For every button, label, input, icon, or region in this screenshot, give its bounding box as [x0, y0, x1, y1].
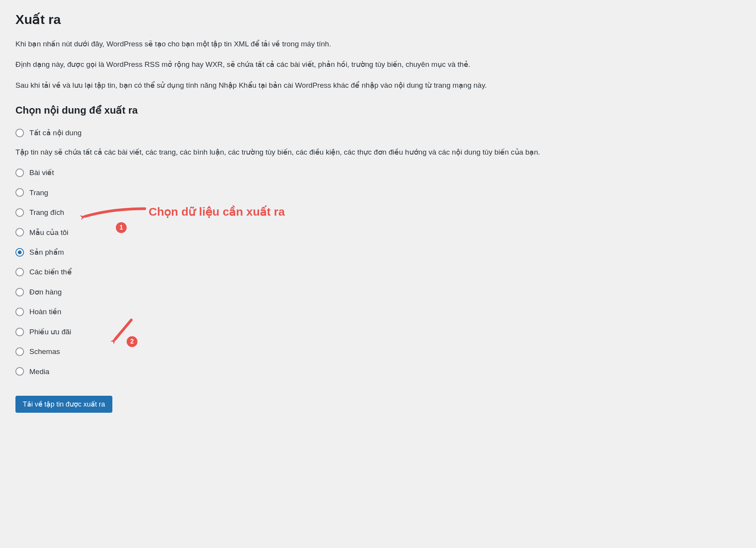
radio-icon[interactable] [15, 367, 24, 376]
export-page: Xuất ra Khi bạn nhấn nút dưới đây, WordP… [15, 12, 741, 413]
section-title: Chọn nội dung để xuất ra [15, 102, 741, 118]
option-label: Đơn hàng [29, 286, 62, 298]
page-title: Xuất ra [15, 12, 741, 27]
option-label: Trang [29, 187, 48, 198]
option-label: Schemas [29, 346, 60, 357]
option-posts[interactable]: Bài viết [15, 167, 741, 178]
option-label: Mẫu của tôi [29, 227, 68, 238]
option-all-content[interactable]: Tất cả nội dung [15, 127, 741, 138]
intro-paragraph-1: Khi bạn nhấn nút dưới đây, WordPress sẽ … [15, 38, 741, 49]
radio-icon[interactable] [15, 228, 24, 237]
option-coupons[interactable]: Phiếu ưu đãi [15, 326, 741, 337]
option-label: Trang đích [29, 207, 64, 218]
option-label: Bài viết [29, 167, 54, 178]
radio-icon[interactable] [15, 268, 24, 276]
radio-icon[interactable] [15, 347, 24, 356]
option-my-templates[interactable]: Mẫu của tôi [15, 227, 741, 238]
radio-icon[interactable] [15, 248, 24, 257]
radio-icon[interactable] [15, 328, 24, 336]
radio-icon[interactable] [15, 168, 24, 177]
intro-paragraph-3: Sau khi tải về và lưu lại tập tin, bạn c… [15, 80, 741, 91]
option-label: Hoàn tiền [29, 306, 61, 317]
option-landing-pages[interactable]: Trang đích [15, 207, 741, 218]
option-pages[interactable]: Trang [15, 187, 741, 198]
option-schemas[interactable]: Schemas [15, 346, 741, 357]
option-label: Tất cả nội dung [29, 127, 81, 138]
option-refunds[interactable]: Hoàn tiền [15, 306, 741, 317]
radio-icon[interactable] [15, 288, 24, 296]
option-variations[interactable]: Các biến thể [15, 266, 741, 277]
radio-icon[interactable] [15, 129, 24, 137]
option-label: Media [29, 366, 49, 377]
option-label: Sản phẩm [29, 247, 64, 258]
radio-icon[interactable] [15, 188, 24, 197]
intro-paragraph-2: Định dạng này, được gọi là WordPress RSS… [15, 59, 741, 70]
download-export-button[interactable]: Tải về tập tin được xuất ra [15, 396, 112, 413]
option-media[interactable]: Media [15, 366, 741, 377]
option-label: Phiếu ưu đãi [29, 326, 71, 337]
option-products[interactable]: Sản phẩm [15, 247, 741, 258]
annotation-badge-2: 2 [127, 336, 137, 347]
option-label: Các biến thể [29, 266, 72, 277]
radio-icon[interactable] [15, 308, 24, 316]
all-content-hint: Tập tin này sẽ chứa tất cả các bài viết,… [15, 146, 741, 158]
option-orders[interactable]: Đơn hàng [15, 286, 741, 298]
radio-icon[interactable] [15, 208, 24, 217]
